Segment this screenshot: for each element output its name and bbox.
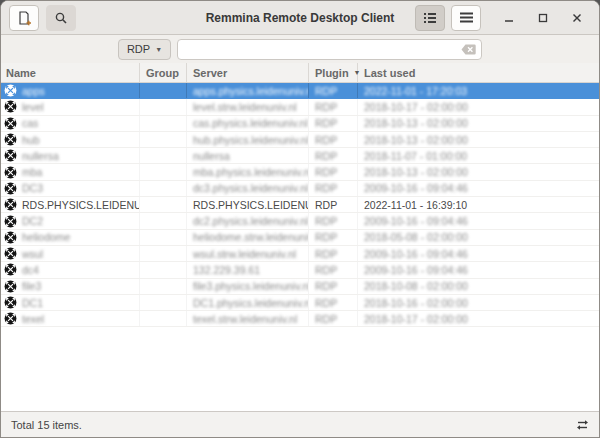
row-plugin: RDP	[315, 166, 337, 178]
row-server: 132.229.39.61	[193, 264, 260, 276]
table-row[interactable]: texel texel.strw.leidenuniv.nl RDP 2018-…	[1, 311, 599, 327]
rdp-plugin-icon	[4, 280, 17, 293]
list-view-icon	[423, 12, 437, 24]
row-plugin: RDP	[315, 280, 337, 292]
row-server: cas.physics.leidenuniv.nl	[193, 117, 308, 129]
rdp-plugin-icon	[4, 117, 17, 130]
main-menu-button[interactable]	[451, 5, 481, 31]
maximize-icon	[538, 13, 548, 23]
rdp-plugin-icon	[4, 166, 17, 179]
table-row[interactable]: dc4 132.229.39.61 RDP 2009-10-16 - 09:04…	[1, 262, 599, 278]
statusbar-swap-icon[interactable]	[576, 419, 589, 431]
rdp-plugin-icon	[4, 263, 17, 276]
table-row[interactable]: hub hub.physics.leidenuniv.nl RDP 2018-1…	[1, 132, 599, 148]
column-header-plugin[interactable]: Plugin ▼	[309, 63, 358, 82]
table-row[interactable]: RDS.PHYSICS.LEIDENUNIV.NL RDS.PHYSICS.LE…	[1, 197, 599, 213]
search-entry[interactable]	[177, 39, 482, 60]
row-server: DC1.physics.leidenuniv.nl	[193, 297, 309, 309]
row-last-used: 2018-10-17 - 02:00:00	[364, 313, 468, 325]
search-icon	[54, 11, 68, 25]
table-row[interactable]: wsul wsul.strw.leidenuniv.nl RDP 2009-10…	[1, 246, 599, 262]
table-row[interactable]: heliodome heliodome.strw.leidenuniv.nl R…	[1, 230, 599, 246]
row-server: mba.physics.leidenuniv.nl	[193, 166, 309, 178]
table-row[interactable]: apps apps.physics.leidenuniv.nl RDP 2022…	[1, 83, 599, 99]
remmina-window: Remmina Remote Desktop Client	[0, 0, 600, 438]
row-name: DC2	[22, 215, 43, 227]
row-server: texel.strw.leidenuniv.nl	[193, 313, 297, 325]
row-name: mba	[22, 166, 42, 178]
row-name: level	[22, 101, 44, 113]
search-toggle-button[interactable]	[46, 5, 76, 31]
headerbar-left-group	[9, 5, 76, 31]
column-header-server[interactable]: Server	[187, 63, 309, 82]
close-icon	[572, 13, 582, 23]
search-input[interactable]	[183, 43, 461, 55]
rdp-plugin-icon	[4, 247, 17, 260]
total-items-label: Total 15 items.	[11, 419, 82, 431]
headerbar-right-group	[415, 5, 591, 31]
row-name: DC3	[22, 182, 43, 194]
table-row[interactable]: nullersa nullersa RDP 2018-11-07 - 01:00…	[1, 148, 599, 164]
table-row[interactable]: DC2 dc2.physics.leidenuniv.nl RDP 2009-1…	[1, 213, 599, 229]
row-name: apps	[22, 85, 45, 97]
status-bar: Total 15 items.	[1, 411, 599, 437]
row-last-used: 2018-10-17 - 02:00:00	[364, 101, 468, 113]
row-server: hub.physics.leidenuniv.nl	[193, 134, 309, 146]
row-name: heliodome	[22, 231, 70, 243]
clear-input-icon[interactable]	[461, 44, 476, 55]
table-header: Name Group Server Plugin ▼ Last used	[1, 63, 599, 83]
row-last-used: 2018-10-13 - 02:00:00	[364, 117, 468, 129]
close-button[interactable]	[563, 5, 591, 31]
rdp-plugin-icon	[4, 231, 17, 244]
column-header-name[interactable]: Name	[1, 63, 140, 82]
rdp-plugin-icon	[4, 84, 17, 97]
rdp-plugin-icon	[4, 215, 17, 228]
row-server: nullersa	[193, 150, 230, 162]
column-header-group[interactable]: Group	[140, 63, 187, 82]
rdp-plugin-icon	[4, 133, 17, 146]
row-plugin: RDP	[315, 215, 337, 227]
row-plugin: RDP	[315, 231, 337, 243]
row-name: RDS.PHYSICS.LEIDENUNIV.NL	[22, 199, 140, 211]
table-row[interactable]: DC1 DC1.physics.leidenuniv.nl RDP 2018-1…	[1, 295, 599, 311]
row-server: apps.physics.leidenuniv.nl	[193, 85, 309, 97]
row-name: DC1	[22, 297, 43, 309]
row-last-used: 2022-11-01 - 17:20:03	[364, 85, 467, 97]
row-plugin: RDP	[315, 313, 337, 325]
row-server: wsul.strw.leidenuniv.nl	[193, 248, 296, 260]
row-last-used: 2009-10-16 - 09:04:46	[364, 182, 468, 194]
table-row[interactable]: cas cas.physics.leidenuniv.nl RDP 2018-1…	[1, 116, 599, 132]
headerbar: Remmina Remote Desktop Client	[1, 1, 599, 35]
table-row[interactable]: DC3 dc3.physics.leidenuniv.nl RDP 2009-1…	[1, 181, 599, 197]
menu-icon	[460, 12, 473, 23]
row-last-used: 2018-10-08 - 02:00:00	[364, 280, 468, 292]
table-row[interactable]: file3 file3.physics.leidenuniv.nl RDP 20…	[1, 279, 599, 295]
rdp-plugin-icon	[4, 182, 17, 195]
row-plugin: RDP	[315, 297, 337, 309]
minimize-button[interactable]	[495, 5, 523, 31]
row-last-used: 2018-11-07 - 01:00:00	[364, 150, 467, 162]
row-server: RDS.PHYSICS.LEIDENUNIV.NL	[193, 199, 309, 211]
row-plugin: RDP	[315, 264, 337, 276]
column-header-last-used[interactable]: Last used	[358, 63, 599, 82]
row-server: dc3.physics.leidenuniv.nl	[193, 182, 308, 194]
row-name: file3	[22, 280, 41, 292]
protocol-filter-dropdown[interactable]: RDP ▼	[118, 39, 171, 60]
rdp-plugin-icon	[4, 149, 17, 162]
row-last-used: 2018-10-13 - 02:00:00	[364, 134, 468, 146]
row-last-used: 2018-10-16 - 02:00:00	[364, 297, 468, 309]
row-name: cas	[22, 117, 38, 129]
rdp-plugin-icon	[4, 296, 17, 309]
new-connection-icon	[16, 10, 32, 26]
row-last-used: 2009-10-16 - 09:04:46	[364, 248, 468, 260]
row-plugin: RDP	[315, 85, 337, 97]
maximize-button[interactable]	[529, 5, 557, 31]
table-row[interactable]: mba mba.physics.leidenuniv.nl RDP 2018-1…	[1, 164, 599, 180]
new-connection-button[interactable]	[9, 5, 39, 31]
row-plugin: RDP	[315, 134, 337, 146]
table-row[interactable]: level level.strw.leidenuniv.nl RDP 2018-…	[1, 99, 599, 115]
list-view-toggle-button[interactable]	[415, 5, 445, 31]
protocol-filter-label: RDP	[127, 43, 150, 55]
row-name: nullersa	[22, 150, 59, 162]
row-plugin: RDP	[315, 248, 337, 260]
